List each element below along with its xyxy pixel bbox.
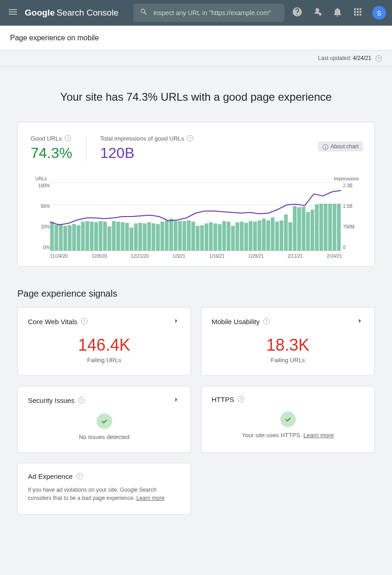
cwv-value: 146.4K — [28, 336, 180, 355]
https-title: HTTPS — [212, 396, 234, 403]
cwv-title: Core Web Vitals — [28, 318, 77, 325]
search-icon — [140, 8, 148, 18]
help-icon[interactable]: ? — [187, 135, 193, 141]
svg-rect-40 — [205, 223, 208, 251]
svg-rect-54 — [267, 220, 270, 251]
svg-rect-14 — [90, 222, 93, 251]
main-content: Your site has 74.3% URLs with a good pag… — [0, 67, 392, 533]
svg-rect-16 — [98, 221, 102, 251]
logo-product: Search Console — [56, 8, 118, 18]
checkmark-icon — [97, 413, 112, 429]
svg-rect-17 — [103, 222, 107, 251]
svg-rect-34 — [178, 221, 182, 251]
help-icon[interactable]: ? — [65, 135, 71, 141]
y-axis-left: 100%66%33%0% — [33, 182, 50, 251]
svg-rect-55 — [271, 217, 274, 251]
last-updated-strip: Last updated: 4/24/21 ? — [0, 50, 392, 67]
svg-rect-13 — [86, 221, 89, 251]
help-icon[interactable]: ? — [76, 473, 83, 479]
learn-more-link[interactable]: Learn more — [136, 495, 164, 501]
svg-rect-7 — [59, 224, 63, 251]
svg-rect-9 — [68, 225, 71, 251]
mobile-usability-card[interactable]: Mobile Usability ? 18.3K Failing URLs — [201, 307, 375, 376]
svg-rect-67 — [324, 204, 327, 251]
core-web-vitals-card[interactable]: Core Web Vitals ? 146.4K Failing URLs — [17, 307, 191, 376]
help-icon[interactable]: ? — [78, 397, 85, 403]
svg-rect-69 — [332, 204, 336, 251]
svg-rect-62 — [302, 206, 305, 251]
notifications-icon[interactable] — [332, 6, 343, 19]
svg-rect-46 — [231, 226, 235, 251]
about-chart-label: About chart — [331, 143, 359, 150]
help-icon[interactable] — [292, 6, 303, 19]
svg-rect-49 — [244, 223, 248, 251]
logo[interactable]: Google Search Console — [25, 8, 119, 18]
page-title: Page experience on mobile — [10, 34, 99, 42]
svg-rect-60 — [293, 206, 296, 251]
headline: Your site has 74.3% URLs with a good pag… — [17, 91, 375, 103]
security-issues-card[interactable]: Security Issues ? No issues detected — [17, 386, 191, 453]
learn-more-link[interactable]: Learn more — [304, 432, 334, 439]
hamburger-menu-icon[interactable] — [7, 6, 18, 19]
metric-impressions-value: 120B — [100, 145, 194, 162]
x-axis: 11/24/2012/8/2012/21/201/3/211/16/211/29… — [50, 254, 342, 259]
svg-rect-61 — [297, 207, 301, 251]
svg-rect-50 — [249, 221, 252, 251]
mobile-sub: Failing URLs — [212, 357, 364, 363]
svg-rect-11 — [76, 225, 80, 251]
svg-rect-58 — [284, 214, 288, 251]
svg-rect-20 — [116, 222, 120, 251]
cwv-sub: Failing URLs — [28, 357, 180, 363]
svg-rect-15 — [94, 222, 98, 251]
svg-rect-66 — [319, 204, 323, 251]
svg-rect-38 — [196, 226, 199, 251]
chevron-right-icon — [172, 317, 180, 326]
info-icon: ⓘ — [322, 143, 329, 150]
svg-rect-32 — [169, 218, 173, 250]
metric-good-urls-label: Good URLs — [31, 135, 62, 142]
search-input[interactable] — [152, 9, 278, 17]
last-updated-label: Last updated: — [318, 55, 353, 61]
svg-rect-37 — [191, 222, 195, 251]
ad-text: If you have ad violations on your site, … — [28, 486, 180, 502]
account-settings-icon[interactable] — [312, 6, 323, 19]
svg-rect-12 — [81, 222, 85, 251]
metric-good-urls: Good URLs? 74.3% — [31, 135, 86, 162]
y-axis-right: 2.3B1.5B750M0 — [341, 182, 359, 251]
ad-experience-card: Ad Experience ? If you have ad violation… — [17, 463, 191, 515]
svg-rect-26 — [143, 223, 147, 251]
about-chart-button[interactable]: ⓘ About chart — [318, 141, 363, 152]
svg-rect-31 — [165, 220, 169, 251]
metric-good-urls-value: 74.3% — [31, 145, 72, 162]
svg-rect-5 — [50, 222, 54, 251]
help-icon[interactable]: ? — [263, 318, 270, 325]
logo-google: Google — [25, 8, 54, 18]
help-icon[interactable]: ? — [81, 318, 87, 325]
svg-rect-25 — [138, 223, 142, 251]
url-inspect-search[interactable] — [133, 4, 284, 22]
page-title-bar: Page experience on mobile — [0, 26, 392, 50]
last-updated-date: 4/24/21 — [353, 55, 371, 61]
avatar[interactable]: S — [372, 6, 386, 20]
metric-impressions: Total impressions of good URLs? 120B — [86, 135, 207, 162]
chart-plot — [50, 182, 341, 251]
svg-rect-6 — [54, 224, 58, 250]
svg-rect-59 — [289, 222, 292, 251]
app-header: Google Search Console S — [0, 0, 392, 26]
svg-rect-28 — [152, 223, 155, 251]
svg-rect-24 — [134, 223, 138, 251]
svg-rect-19 — [112, 221, 115, 251]
help-icon[interactable]: ? — [376, 55, 382, 62]
https-card: HTTPS ? Your site uses HTTPS. Learn more — [201, 386, 375, 453]
svg-rect-18 — [108, 226, 111, 250]
help-icon[interactable]: ? — [238, 396, 244, 402]
svg-rect-10 — [72, 224, 76, 251]
svg-rect-56 — [275, 222, 279, 251]
signals-section-title: Page experience signals — [17, 288, 375, 299]
svg-rect-29 — [156, 224, 160, 251]
apps-grid-icon[interactable] — [352, 6, 363, 19]
svg-rect-53 — [262, 218, 266, 250]
svg-rect-64 — [310, 210, 314, 251]
svg-rect-44 — [222, 221, 226, 251]
svg-rect-48 — [240, 222, 244, 251]
